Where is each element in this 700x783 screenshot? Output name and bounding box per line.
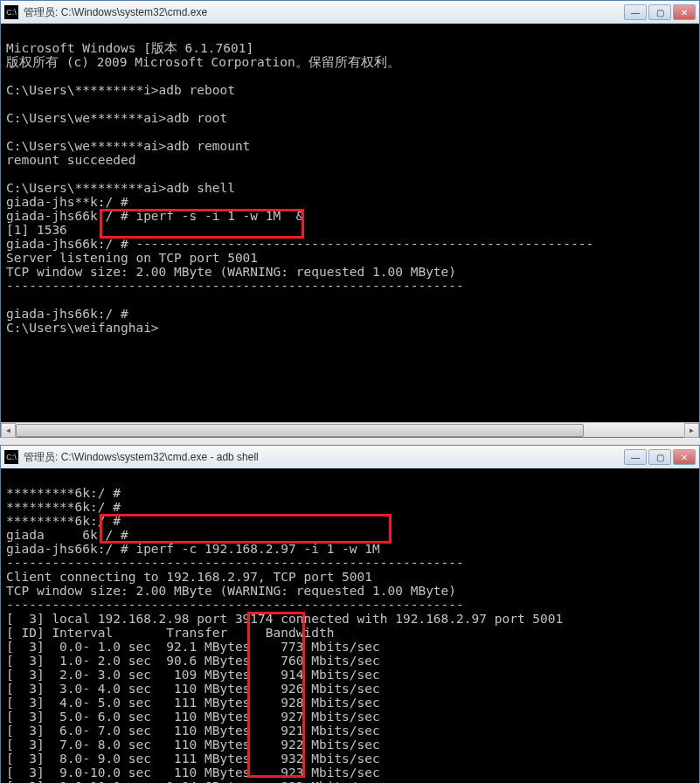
iperf-client-command: # iperf -c 192.168.2.97 -i 1 -w 1M: [113, 542, 387, 556]
line: ----------------------------------------…: [6, 279, 464, 293]
results-header: [ ID] Interval Transfer Bandwidth: [6, 626, 334, 640]
line: 版权所有 (c) 2009 Microsoft Corporation。保留所有…: [6, 55, 400, 69]
line: *********6k:/ #: [6, 514, 121, 528]
cmd-window-client: C:\ 管理员: C:\Windows\system32\cmd.exe - a…: [0, 445, 700, 783]
line: C:\Users\*********i>adb reboot: [6, 83, 235, 97]
cmd-icon: C:\: [4, 5, 18, 19]
line: C:\Users\we*******ai>adb root: [6, 111, 227, 125]
minimize-button[interactable]: —: [624, 4, 647, 20]
results-table: [ 3] 0.0- 1.0 sec 92.1 MBytes 773 Mbits/…: [6, 640, 694, 783]
line: giada-jhs**k:/ #: [6, 195, 128, 209]
prompt: giada-jhs66k:/: [6, 209, 113, 223]
maximize-button[interactable]: ▢: [648, 4, 671, 20]
line: C:\Users\*********ai>adb shell: [6, 181, 235, 195]
cmd-window-server: C:\ 管理员: C:\Windows\system32\cmd.exe — ▢…: [0, 0, 700, 438]
line: remount succeeded: [6, 153, 135, 167]
window-controls: — ▢ ✕: [624, 449, 696, 465]
line: ----------------------------------------…: [6, 598, 464, 612]
close-button[interactable]: ✕: [673, 449, 696, 465]
highlight-client-cmd: [100, 514, 392, 544]
maximize-button[interactable]: ▢: [648, 449, 671, 465]
line: *********6k:/ #: [6, 500, 121, 514]
terminal-output[interactable]: *********6k:/ # *********6k:/ # ********…: [1, 468, 699, 783]
close-button[interactable]: ✕: [673, 4, 696, 20]
window-title: 管理员: C:\Windows\system32\cmd.exe: [24, 5, 624, 20]
scroll-right-button[interactable]: ▶: [684, 423, 699, 438]
minimize-button[interactable]: —: [624, 449, 647, 465]
scrollbar-horizontal[interactable]: ◀ ▶: [1, 422, 699, 437]
window-controls: — ▢ ✕: [624, 4, 696, 20]
window-title: 管理员: C:\Windows\system32\cmd.exe - adb s…: [24, 450, 624, 465]
scroll-thumb[interactable]: [16, 424, 584, 437]
scroll-track[interactable]: [16, 423, 684, 438]
cmd-icon: C:\: [4, 450, 18, 464]
line: Client connecting to 192.168.2.97, TCP p…: [6, 570, 372, 584]
line: [ 3] local 192.168.2.98 port 39174 conne…: [6, 612, 563, 626]
titlebar[interactable]: C:\ 管理员: C:\Windows\system32\cmd.exe - a…: [1, 446, 699, 468]
line: Microsoft Windows [版本 6.1.7601]: [6, 41, 253, 55]
scroll-left-button[interactable]: ◀: [1, 423, 16, 438]
line: *********6k:/ #: [6, 486, 121, 500]
line: TCP window size: 2.00 MByte (WARNING: re…: [6, 584, 456, 598]
prompt: giada-jhs66k:/: [6, 542, 113, 556]
iperf-server-command: # iperf -s -i 1 -w 1M &: [113, 209, 311, 223]
line: C:\Users\we*******ai>adb remount: [6, 139, 250, 153]
line: giada-jhs66k:/ #: [6, 307, 128, 321]
line: giada-jhs66k:/ # -----------------------…: [6, 237, 593, 251]
line: TCP window size: 2.00 MByte (WARNING: re…: [6, 265, 456, 279]
line: [1] 1536: [6, 223, 67, 237]
line: ----------------------------------------…: [6, 556, 464, 570]
titlebar[interactable]: C:\ 管理员: C:\Windows\system32\cmd.exe — ▢…: [1, 1, 699, 24]
terminal-output[interactable]: Microsoft Windows [版本 6.1.7601] 版权所有 (c)…: [1, 24, 699, 422]
line: giada 6k:/ #: [6, 528, 128, 542]
line: C:\Users\weifanghai>: [6, 321, 159, 335]
line: Server listening on TCP port 5001: [6, 251, 258, 265]
